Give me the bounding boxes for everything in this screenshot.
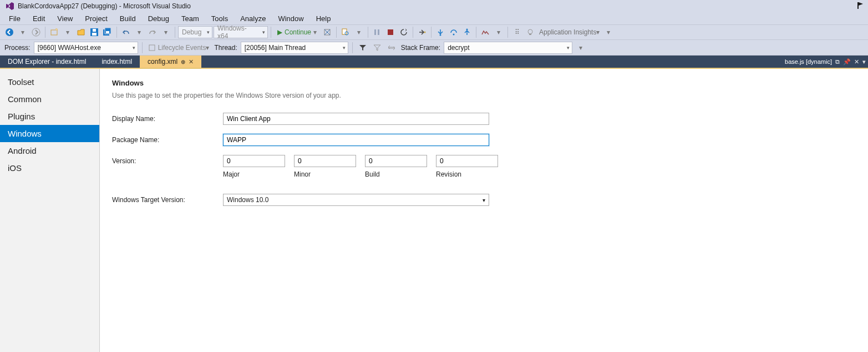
package-name-input[interactable] — [223, 134, 489, 146]
step-over-button[interactable] — [448, 26, 460, 38]
svg-point-19 — [528, 29, 532, 34]
dropdown-caret-icon[interactable]: ▾ — [133, 26, 145, 38]
nav-back-button[interactable] — [3, 26, 16, 38]
menu-team[interactable]: Team — [176, 13, 205, 24]
menu-debug[interactable]: Debug — [143, 13, 175, 24]
lifecycle-events-button[interactable]: Lifecycle Events ▾ — [146, 42, 211, 54]
menu-edit[interactable]: Edit — [27, 13, 50, 24]
dropdown-caret-icon[interactable]: ▾ — [62, 26, 74, 38]
titlebar: BlankCordovaApp27 (Debugging) - Microsof… — [0, 0, 868, 12]
diagnostic-tools-button[interactable] — [479, 26, 491, 38]
process-dropdown[interactable]: [9660] WWAHost.exe — [34, 42, 138, 54]
promote-tab-icon[interactable]: ⧉ — [835, 58, 840, 66]
separator — [507, 27, 508, 38]
toggle-filter-icon[interactable] — [371, 42, 383, 54]
dropdown-caret-icon[interactable]: ▾ — [17, 26, 29, 38]
separator — [45, 27, 45, 38]
svg-rect-12 — [374, 29, 376, 35]
version-major-input[interactable] — [223, 155, 285, 167]
svg-point-17 — [453, 34, 455, 36]
tab-dom-explorer[interactable]: DOM Explorer - index.html — [0, 56, 94, 68]
dropdown-caret-icon[interactable]: ▾ — [353, 26, 365, 38]
tab-index[interactable]: index.html — [94, 56, 140, 68]
svg-rect-20 — [529, 34, 531, 35]
display-name-input[interactable] — [223, 113, 489, 125]
svg-rect-21 — [149, 45, 155, 51]
find-in-files-button[interactable] — [339, 26, 352, 38]
browser-link-refresh-icon[interactable] — [321, 26, 333, 38]
sidebar-item-android[interactable]: Android — [0, 142, 99, 159]
dropdown-caret-icon[interactable]: ▾ — [160, 26, 172, 38]
menu-help[interactable]: Help — [311, 13, 337, 24]
undo-button[interactable] — [120, 26, 132, 38]
version-minor-input[interactable] — [294, 155, 356, 167]
menu-tools[interactable]: Tools — [206, 13, 234, 24]
stackframe-dropdown[interactable]: decrypt — [444, 42, 572, 54]
lightbulb-icon[interactable] — [524, 26, 536, 38]
nav-forward-button[interactable] — [30, 26, 42, 38]
svg-rect-14 — [388, 29, 393, 35]
svg-point-16 — [440, 34, 441, 36]
sidebar-item-common[interactable]: Common — [0, 90, 99, 108]
pin-icon[interactable]: ⊕ — [181, 59, 185, 65]
version-revision-input[interactable] — [436, 155, 498, 167]
thread-value: [20056] Main Thread — [245, 44, 306, 52]
separator — [413, 27, 413, 38]
step-out-button[interactable] — [461, 26, 473, 38]
version-build-label: Build — [365, 170, 427, 178]
menu-window[interactable]: Window — [272, 13, 309, 24]
lifecycle-events-label: Lifecycle Events — [158, 44, 206, 52]
redo-button[interactable] — [146, 26, 159, 38]
application-insights-button[interactable]: Application Insights ▾ — [537, 26, 601, 38]
row-package-name: Package Name: — [112, 134, 856, 146]
show-next-statement-button[interactable] — [416, 26, 428, 38]
solution-platform-dropdown[interactable]: Windows-x64 — [214, 26, 268, 38]
section-heading: Windows — [112, 79, 856, 87]
close-icon[interactable]: ✕ — [854, 58, 859, 66]
solution-config-dropdown[interactable]: Debug — [178, 26, 212, 38]
target-version-dropdown[interactable]: Windows 10.0 — [223, 194, 489, 206]
tab-config-active[interactable]: config.xml ⊕ ✕ — [140, 56, 201, 68]
svg-rect-5 — [93, 29, 96, 32]
close-icon[interactable]: ✕ — [189, 58, 194, 66]
pause-button[interactable] — [371, 26, 383, 38]
open-file-button[interactable] — [75, 26, 87, 38]
target-version-value: Windows 10.0 — [227, 196, 268, 204]
preview-tab-label[interactable]: base.js [dynamic] — [785, 58, 832, 65]
separator — [336, 27, 337, 38]
pin-icon[interactable]: 📌 — [843, 58, 851, 66]
row-version: Version: Major Minor Build — [112, 155, 856, 178]
row-display-name: Display Name: — [112, 113, 856, 125]
menu-build[interactable]: Build — [114, 13, 141, 24]
play-icon: ▶ — [277, 28, 282, 36]
new-project-button[interactable] — [48, 26, 60, 38]
sidebar-item-plugins[interactable]: Plugins — [0, 108, 99, 125]
save-button[interactable] — [88, 26, 100, 38]
sidebar-item-windows[interactable]: Windows — [0, 125, 99, 142]
restart-button[interactable] — [398, 26, 410, 38]
swap-icon[interactable] — [385, 42, 398, 54]
config-sidebar: Toolset Common Plugins Windows Android i… — [0, 69, 100, 352]
menu-project[interactable]: Project — [79, 13, 113, 24]
continue-button[interactable]: ▶ Continue ▾ — [274, 26, 320, 38]
sidebar-item-ios[interactable]: iOS — [0, 159, 99, 177]
document-tabstrip: DOM Explorer - index.html index.html con… — [0, 56, 868, 68]
overflow-caret-icon[interactable]: ▾ — [602, 26, 615, 38]
debug-toolbar: Process: [9660] WWAHost.exe Lifecycle Ev… — [0, 40, 868, 56]
stop-button[interactable] — [384, 26, 397, 38]
dropdown-caret-icon[interactable]: ▾ — [862, 58, 866, 66]
dropdown-caret-icon[interactable]: ▾ — [493, 26, 505, 38]
svg-rect-13 — [378, 29, 379, 35]
filter-icon[interactable] — [357, 42, 369, 54]
version-build-input[interactable] — [365, 155, 427, 167]
sidebar-item-toolset[interactable]: Toolset — [0, 73, 99, 90]
menu-file[interactable]: File — [3, 13, 26, 24]
overflow-caret-icon[interactable]: ▾ — [575, 42, 587, 54]
menu-analyze[interactable]: Analyze — [235, 13, 271, 24]
notification-flag-icon[interactable] — [856, 1, 865, 10]
menu-view[interactable]: View — [52, 13, 78, 24]
step-into-button[interactable] — [434, 26, 446, 38]
thread-dropdown[interactable]: [20056] Main Thread — [241, 42, 348, 54]
tabstrip-right-controls: base.js [dynamic] ⧉ 📌 ✕ ▾ — [785, 56, 866, 68]
save-all-button[interactable] — [101, 26, 114, 38]
